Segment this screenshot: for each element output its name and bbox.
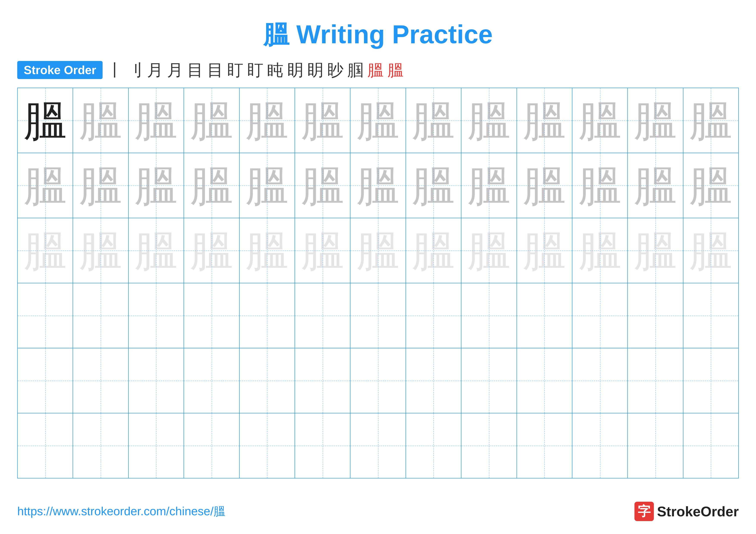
grid-cell-5-9[interactable] — [461, 348, 517, 413]
grid-cell-3-3[interactable]: 膃 — [129, 218, 184, 283]
grid-cell-2-3[interactable]: 膃 — [129, 153, 184, 218]
grid-cell-1-8[interactable]: 膃 — [406, 88, 461, 153]
grid-cell-5-5[interactable] — [240, 348, 295, 413]
grid-cell-6-10[interactable] — [517, 413, 572, 478]
grid-cell-1-13[interactable]: 膃 — [683, 88, 738, 153]
grid-cell-3-10[interactable]: 膃 — [517, 218, 572, 283]
grid-cell-5-10[interactable] — [517, 348, 572, 413]
practice-char: 膃 — [579, 229, 622, 272]
grid-cell-3-11[interactable]: 膃 — [572, 218, 628, 283]
stroke-8: 盯 — [247, 62, 263, 78]
grid-cell-5-8[interactable] — [406, 348, 461, 413]
grid-cell-3-9[interactable]: 膃 — [461, 218, 517, 283]
grid-cell-6-4[interactable] — [184, 413, 239, 478]
footer-url[interactable]: https://www.strokeorder.com/chinese/膃 — [17, 503, 226, 519]
grid-cell-4-3[interactable] — [129, 283, 184, 348]
grid-cell-6-11[interactable] — [572, 413, 628, 478]
grid-cell-3-7[interactable]: 膃 — [350, 218, 406, 283]
grid-cell-1-5[interactable]: 膃 — [240, 88, 295, 153]
grid-cell-6-13[interactable] — [683, 413, 738, 478]
grid-cell-4-1[interactable] — [18, 283, 73, 348]
grid-cell-6-8[interactable] — [406, 413, 461, 478]
grid-cell-6-7[interactable] — [350, 413, 406, 478]
grid-cell-3-6[interactable]: 膃 — [295, 218, 350, 283]
grid-cell-4-5[interactable] — [240, 283, 295, 348]
grid-cell-5-12[interactable] — [628, 348, 683, 413]
grid-cell-2-5[interactable]: 膃 — [240, 153, 295, 218]
grid-cell-4-8[interactable] — [406, 283, 461, 348]
practice-char: 膃 — [689, 229, 732, 272]
grid-cell-6-1[interactable] — [18, 413, 73, 478]
grid-cell-2-4[interactable]: 膃 — [184, 153, 239, 218]
grid-cell-5-1[interactable] — [18, 348, 73, 413]
grid-cell-4-6[interactable] — [295, 283, 350, 348]
grid-cell-3-13[interactable]: 膃 — [683, 218, 738, 283]
grid-cell-3-2[interactable]: 膃 — [73, 218, 128, 283]
grid-cell-3-12[interactable]: 膃 — [628, 218, 683, 283]
grid-cell-3-5[interactable]: 膃 — [240, 218, 295, 283]
grid-cell-2-8[interactable]: 膃 — [406, 153, 461, 218]
grid-cell-4-4[interactable] — [184, 283, 239, 348]
grid-cell-5-4[interactable] — [184, 348, 239, 413]
grid-cell-4-10[interactable] — [517, 283, 572, 348]
grid-cell-2-13[interactable]: 膃 — [683, 153, 738, 218]
stroke-order-badge: Stroke Order — [17, 61, 103, 79]
practice-char: 膃 — [357, 229, 399, 272]
grid-cell-4-2[interactable] — [73, 283, 128, 348]
practice-char: 膃 — [24, 229, 67, 272]
practice-char: 膃 — [79, 99, 122, 142]
grid-cell-6-3[interactable] — [129, 413, 184, 478]
grid-cell-2-1[interactable]: 膃 — [18, 153, 73, 218]
grid-cell-6-6[interactable] — [295, 413, 350, 478]
practice-char: 膃 — [190, 99, 233, 142]
grid-cell-2-6[interactable]: 膃 — [295, 153, 350, 218]
grid-cell-1-12[interactable]: 膃 — [628, 88, 683, 153]
grid-cell-5-6[interactable] — [295, 348, 350, 413]
grid-cell-2-11[interactable]: 膃 — [572, 153, 628, 218]
grid-cell-1-10[interactable]: 膃 — [517, 88, 572, 153]
grid-cell-2-7[interactable]: 膃 — [350, 153, 406, 218]
practice-char: 膃 — [357, 164, 399, 207]
grid-cell-1-3[interactable]: 膃 — [129, 88, 184, 153]
grid-cell-1-11[interactable]: 膃 — [572, 88, 628, 153]
strokeorder-logo-icon: 字 — [634, 502, 654, 521]
grid-cell-2-10[interactable]: 膃 — [517, 153, 572, 218]
grid-cell-6-5[interactable] — [240, 413, 295, 478]
grid-cell-5-2[interactable] — [73, 348, 128, 413]
grid-cell-1-2[interactable]: 膃 — [73, 88, 128, 153]
grid-cell-5-11[interactable] — [572, 348, 628, 413]
grid-row-6 — [18, 413, 738, 478]
grid-cell-1-1[interactable]: 膃 — [18, 88, 73, 153]
grid-cell-6-12[interactable] — [628, 413, 683, 478]
grid-cell-3-4[interactable]: 膃 — [184, 218, 239, 283]
grid-cell-3-8[interactable]: 膃 — [406, 218, 461, 283]
grid-cell-4-13[interactable] — [683, 283, 738, 348]
grid-cell-6-2[interactable] — [73, 413, 128, 478]
practice-char: 膃 — [412, 99, 455, 142]
grid-cell-4-7[interactable] — [350, 283, 406, 348]
grid-cell-2-9[interactable]: 膃 — [461, 153, 517, 218]
grid-cell-5-13[interactable] — [683, 348, 738, 413]
grid-cell-3-1[interactable]: 膃 — [18, 218, 73, 283]
grid-cell-1-7[interactable]: 膃 — [350, 88, 406, 153]
practice-char: 膃 — [523, 99, 566, 142]
title-text: 膃 Writing Practice — [263, 20, 493, 49]
grid-cell-5-7[interactable] — [350, 348, 406, 413]
stroke-10: 眀 — [287, 62, 304, 78]
grid-cell-1-9[interactable]: 膃 — [461, 88, 517, 153]
practice-char: 膃 — [190, 164, 233, 207]
stroke-13: 腘 — [347, 62, 364, 78]
grid-cell-4-11[interactable] — [572, 283, 628, 348]
grid-cell-6-9[interactable] — [461, 413, 517, 478]
grid-cell-4-9[interactable] — [461, 283, 517, 348]
grid-cell-1-6[interactable]: 膃 — [295, 88, 350, 153]
grid-cell-5-3[interactable] — [129, 348, 184, 413]
practice-char: 膃 — [301, 99, 344, 142]
grid-row-2: 膃 膃 膃 膃 膃 膃 膃 膃 膃 — [18, 153, 738, 218]
stroke-4: 月 — [167, 62, 183, 78]
grid-cell-2-2[interactable]: 膃 — [73, 153, 128, 218]
grid-cell-2-12[interactable]: 膃 — [628, 153, 683, 218]
grid-cell-4-12[interactable] — [628, 283, 683, 348]
practice-char: 膃 — [24, 164, 67, 207]
grid-cell-1-4[interactable]: 膃 — [184, 88, 239, 153]
